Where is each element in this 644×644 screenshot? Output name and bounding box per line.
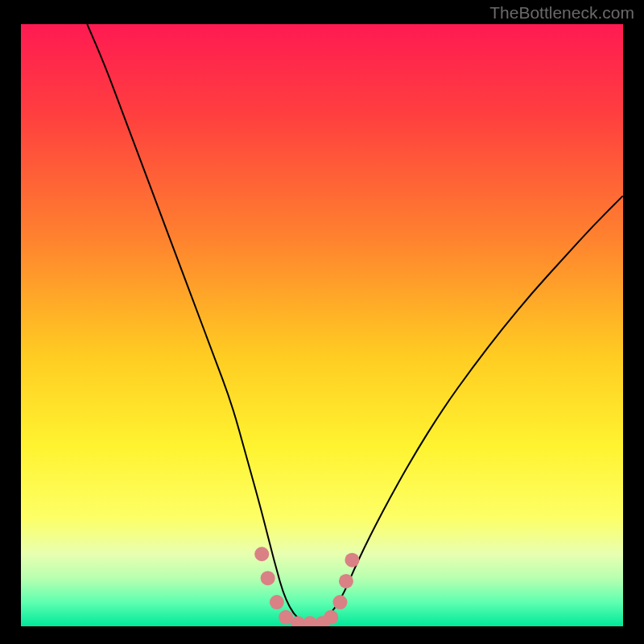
watermark-label: TheBottleneck.com bbox=[489, 3, 634, 23]
pink-dot bbox=[332, 595, 347, 609]
plot-svg bbox=[0, 0, 644, 644]
pink-dot bbox=[261, 571, 275, 585]
pink-dot bbox=[324, 610, 338, 625]
pink-dot bbox=[270, 595, 284, 609]
chart-stage: TheBottleneck.com bbox=[0, 0, 644, 644]
plot-background bbox=[21, 24, 623, 626]
pink-dot bbox=[339, 574, 353, 588]
pink-dot bbox=[345, 553, 359, 568]
pink-dot bbox=[254, 547, 269, 561]
